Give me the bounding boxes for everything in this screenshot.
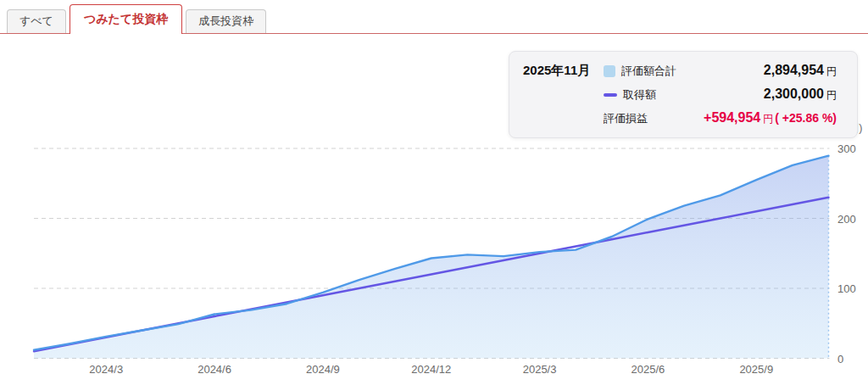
y-tick-label: 0 [837,353,843,365]
acquisition-value: 2,300,000円 [704,86,837,103]
acquisition-swatch-icon [604,93,617,97]
y-tick-label: 300 [837,142,856,155]
acquisition-label: 取得額 [623,87,656,103]
legend-valuation: 評価額合計 [604,64,704,79]
tab-growth-quota[interactable]: 成長投資枠 [186,9,266,33]
x-tick-label: 2025/3 [523,363,557,376]
tab-all[interactable]: すべて [7,9,66,33]
valuation-value: 2,894,954円 [704,63,837,79]
investment-chart[interactable]: 0100200300(万円)2024/32024/62024/92024/122… [0,34,868,385]
x-tick-label: 2025/9 [739,363,773,376]
x-tick-label: 2024/12 [411,363,451,376]
x-tick-label: 2024/3 [89,363,123,376]
valuation-label: 評価額合計 [621,64,676,79]
gain-value: +594,954円( +25.86 %) [704,110,837,126]
tab-tsumitate-quota[interactable]: つみたて投資枠 [70,4,182,34]
x-tick-label: 2024/9 [306,363,340,376]
tooltip-date: 2025年11月 [523,63,604,79]
x-tick-label: 2024/6 [198,363,231,376]
y-tick-label: 200 [837,213,856,226]
tab-bar: すべて つみたて投資枠 成長投資枠 [0,0,868,34]
y-tick-label: 100 [837,282,856,295]
gain-label: 評価損益 [604,111,704,126]
valuation-swatch-icon [604,65,615,77]
x-tick-label: 2025/6 [632,363,665,376]
chart-canvas[interactable]: 0100200300(万円)2024/32024/62024/92024/122… [0,119,868,385]
chart-tooltip: 2025年11月 評価額合計 2,894,954円 取得額 2,300,000円… [509,51,858,138]
legend-acquisition: 取得額 [604,87,704,103]
